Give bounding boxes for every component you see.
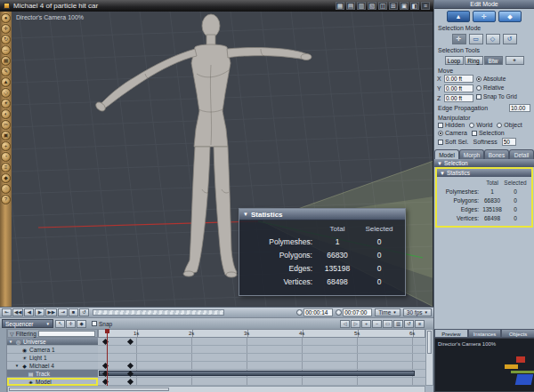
timeline-lane-model[interactable] <box>98 378 425 386</box>
playhead[interactable] <box>107 329 108 386</box>
transport-button[interactable]: ◀ <box>24 308 34 316</box>
snap-to-grid-checkbox[interactable]: Snap To Grid <box>476 93 517 100</box>
selection-mode-button-3[interactable]: ◇ <box>486 34 500 44</box>
tab-model[interactable]: Model <box>434 149 459 159</box>
tab-instances[interactable]: Instances <box>468 329 502 338</box>
collapse-triangle-icon[interactable]: ▼ <box>440 171 445 176</box>
statistics-floating-panel[interactable]: ▼ Statistics Total Selected Polymeshes: … <box>239 208 406 296</box>
transport-button[interactable]: ◀◀ <box>12 308 23 316</box>
hidden-checkbox[interactable]: Hidden <box>438 122 465 128</box>
toolbar-tool-icon[interactable]: ● <box>1 13 11 23</box>
toolbar-tool-icon[interactable]: ↻ <box>1 35 11 44</box>
edit-mode-button-1[interactable]: ▲ <box>447 11 470 22</box>
viewport-layout-icon[interactable]: ▤ <box>346 2 355 10</box>
sequencer-view-icon[interactable]: ▷ <box>351 320 360 328</box>
toolbar-tool-icon[interactable]: ☀ <box>1 99 11 108</box>
collapse-triangle-icon[interactable]: ▼ <box>437 161 442 166</box>
toolbar-tool-icon[interactable]: ◐ <box>1 109 11 119</box>
track-item-light-1[interactable]: ☀Light 1 <box>7 354 98 362</box>
tab-morph[interactable]: Morph <box>459 149 484 159</box>
viewport-layout-icon[interactable]: ⊞ <box>389 2 398 10</box>
selection-mode-button-2[interactable]: ▭ <box>469 34 483 44</box>
y-position-field[interactable] <box>444 84 473 92</box>
toolbar-tool-icon[interactable]: ✂ <box>1 120 11 130</box>
toolbar-tool-icon[interactable]: ▣ <box>1 131 11 140</box>
timeline-horizontal-scrollbar[interactable] <box>7 386 425 392</box>
viewport-layout-icon[interactable]: ≡ <box>421 2 430 10</box>
z-position-field[interactable] <box>444 94 473 102</box>
x-position-field[interactable] <box>444 75 473 83</box>
toolbar-tool-icon[interactable]: ▦ <box>1 56 11 66</box>
sequencer-view-icon[interactable]: ≡ <box>415 320 425 328</box>
sequencer-vertical-tab[interactable]: Sequencer <box>0 329 7 392</box>
tab-objects[interactable]: Objects <box>501 329 534 338</box>
edit-mode-button-3[interactable]: ◆ <box>498 11 522 22</box>
sequencer-view-icon[interactable]: + <box>361 320 371 328</box>
fps-dropdown[interactable]: 30 fps▼ <box>403 308 432 316</box>
selection-checkbox[interactable]: Selection <box>472 130 505 136</box>
collapse-triangle-icon[interactable]: ▼ <box>243 212 248 217</box>
transport-button[interactable]: ⇤ <box>2 308 12 316</box>
toolbar-tool-icon[interactable]: ◆ <box>1 173 11 183</box>
sequencer-view-icon[interactable]: ◁ <box>340 320 350 328</box>
track-item-universe[interactable]: ▼◎Universe <box>7 338 98 346</box>
softness-field[interactable] <box>502 138 516 146</box>
timeline-lane-track[interactable] <box>98 370 425 378</box>
transport-button[interactable]: ⇥ <box>58 308 68 316</box>
time-mode-dropdown[interactable]: Time▼ <box>375 308 400 316</box>
toolbar-tool-icon[interactable]: ◔ <box>1 152 11 162</box>
sequencer-view-icon[interactable]: − <box>372 320 382 328</box>
viewport-layout-icon[interactable]: ▦ <box>336 2 344 10</box>
sequencer-view-icon[interactable]: ▭ <box>383 320 392 328</box>
toolbar-tool-icon[interactable]: ✎ <box>1 67 11 76</box>
selection-tool-button[interactable]: Btw <box>484 56 503 65</box>
viewport-layout-icon[interactable]: ▧ <box>368 2 376 10</box>
statistics-panel-titlebar[interactable]: ▼ Statistics <box>239 209 405 220</box>
sequencer-view-icon[interactable]: ↺ <box>404 320 414 328</box>
selection-mode-button-1[interactable]: ✛ <box>452 34 466 44</box>
toolbar-tool-icon[interactable]: ⇔ <box>1 45 11 55</box>
scrollbar-thumb[interactable] <box>427 331 432 354</box>
soft-sel-checkbox[interactable]: Soft Sel. <box>438 139 468 145</box>
timeline-lane-universe[interactable] <box>98 338 425 346</box>
transport-button[interactable]: ■ <box>69 308 78 316</box>
selection-section-header[interactable]: ▼ Selection <box>434 159 534 167</box>
sequencer-tool-icon[interactable]: ◆ <box>77 320 86 328</box>
track-item-track[interactable]: ▤Track <box>7 370 98 378</box>
sequencer-menu-button[interactable]: Sequencer▼ <box>2 319 53 328</box>
keyframe-diamond[interactable] <box>127 379 134 385</box>
object-radio[interactable]: Object <box>497 122 522 128</box>
tab-bones[interactable]: Bones <box>484 149 509 159</box>
camera-radio[interactable]: Camera <box>438 130 467 136</box>
toolbar-tool-icon[interactable]: ≡ <box>1 163 11 172</box>
selection-tool-button[interactable]: Ring <box>465 56 483 65</box>
time-scrubber[interactable] <box>93 309 224 316</box>
track-item-camera-1[interactable]: ◉Camera 1 <box>7 346 98 354</box>
3d-viewport[interactable]: Director's Camera 100% ▼ Statistics Tota… <box>12 12 433 307</box>
selection-tool-extra-button[interactable]: ⌖ <box>506 56 524 65</box>
toolbar-tool-icon[interactable]: ▲ <box>1 77 11 87</box>
toolbar-tool-icon[interactable]: ? <box>1 195 11 204</box>
transport-button[interactable]: ↺ <box>79 308 89 316</box>
transport-button[interactable]: ▶▶ <box>45 308 56 316</box>
tab-detail[interactable]: Detail <box>509 149 534 159</box>
timeline-lane-light-1[interactable] <box>98 354 425 362</box>
statistics-section-header[interactable]: ▼ Statistics <box>437 169 531 177</box>
edit-mode-button-2[interactable]: ✛ <box>473 11 496 22</box>
track-item-model[interactable]: ◈Model <box>7 378 98 386</box>
camera-name-label[interactable]: Director's Camera 100% <box>16 14 84 20</box>
selection-tool-button[interactable]: Loop <box>445 56 464 65</box>
expand-toggle-icon[interactable]: ▼ <box>8 340 13 344</box>
expand-toggle-icon[interactable]: ▼ <box>14 364 20 368</box>
scrollbar-thumb[interactable] <box>9 388 169 391</box>
animation-clip-bar[interactable] <box>99 371 415 376</box>
track-item-michael-4[interactable]: ▼◆Michael 4 <box>7 362 98 370</box>
current-time-field[interactable] <box>303 308 333 316</box>
keyframe-diamond[interactable] <box>127 339 134 345</box>
edge-propagation-field[interactable] <box>509 104 530 112</box>
timeline-vertical-scrollbar[interactable] <box>425 329 433 386</box>
world-radio[interactable]: World <box>469 122 492 128</box>
sequencer-view-icon[interactable]: ▥ <box>393 320 403 328</box>
snap-toggle[interactable]: Snap <box>92 321 112 327</box>
selection-mode-button-4[interactable]: ↺ <box>503 34 517 44</box>
